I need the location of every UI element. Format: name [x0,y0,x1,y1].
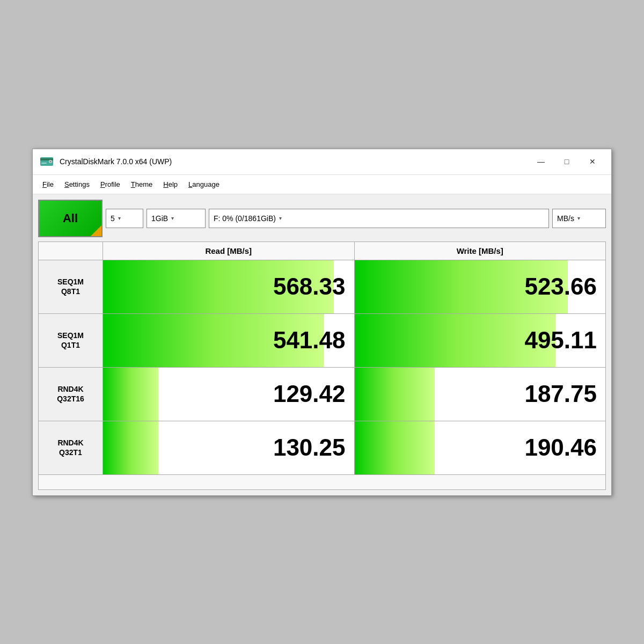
menu-bar: File Settings Profile Theme Help Languag… [33,175,611,194]
window-controls: — □ ✕ [529,153,605,170]
controls-row: All 5 ▾ 1GiB ▾ F: 0% (0/1861GiB) ▾ MB/s … [38,200,606,237]
read-value-rnd4k-q32t1: 130.25 [273,434,346,461]
unit-value: MB/s [557,214,574,223]
write-cell-seq1m-q8t1: 523.66 [355,260,606,313]
app-icon [39,154,54,169]
unit-dropdown[interactable]: MB/s ▾ [552,209,606,228]
header-label-cell [39,242,103,260]
unit-arrow: ▾ [577,215,580,221]
menu-language[interactable]: Language [183,177,225,192]
read-cell-seq1m-q8t1: 568.33 [103,260,355,313]
drive-dropdown[interactable]: F: 0% (0/1861GiB) ▾ [209,209,549,228]
window-title: CrystalDiskMark 7.0.0 x64 (UWP) [60,157,529,166]
write-bar-rnd4k-q32t16 [355,368,435,421]
read-bar-rnd4k-q32t16 [103,368,158,421]
count-arrow: ▾ [118,215,121,221]
read-bar-rnd4k-q32t1 [103,421,158,474]
size-dropdown[interactable]: 1GiB ▾ [147,209,206,228]
results-grid: Read [MB/s] Write [MB/s] SEQ1M Q8T1 568.… [38,241,606,490]
count-dropdown[interactable]: 5 ▾ [106,209,143,228]
menu-theme[interactable]: Theme [126,177,158,192]
status-bar [39,474,605,489]
write-bar-rnd4k-q32t1 [355,421,435,474]
menu-file[interactable]: File [37,177,59,192]
maximize-button[interactable]: □ [554,153,579,170]
svg-rect-4 [41,163,47,164]
table-row: RND4K Q32T16 129.42 187.75 [39,367,605,421]
menu-profile[interactable]: Profile [95,177,126,192]
minimize-button[interactable]: — [529,153,553,170]
main-content: All 5 ▾ 1GiB ▾ F: 0% (0/1861GiB) ▾ MB/s … [33,194,611,495]
write-cell-rnd4k-q32t16: 187.75 [355,368,606,421]
write-cell-rnd4k-q32t1: 190.46 [355,421,606,474]
row-label-seq1m-q1t1: SEQ1M Q1T1 [39,314,103,367]
count-value: 5 [111,214,115,223]
read-cell-rnd4k-q32t16: 129.42 [103,368,355,421]
read-cell-rnd4k-q32t1: 130.25 [103,421,355,474]
main-window: CrystalDiskMark 7.0.0 x64 (UWP) — □ ✕ Fi… [32,149,612,496]
drive-value: F: 0% (0/1861GiB) [214,214,276,223]
write-cell-seq1m-q1t1: 495.11 [355,314,606,367]
size-value: 1GiB [151,214,168,223]
title-bar: CrystalDiskMark 7.0.0 x64 (UWP) — □ ✕ [33,149,611,175]
menu-help[interactable]: Help [158,177,183,192]
read-value-rnd4k-q32t16: 129.42 [273,380,346,407]
write-value-seq1m-q1t1: 495.11 [524,327,597,354]
all-button[interactable]: All [38,200,103,237]
row-label-rnd4k-q32t1: RND4K Q32T1 [39,421,103,474]
write-value-seq1m-q8t1: 523.66 [524,273,597,300]
table-row: SEQ1M Q8T1 568.33 523.66 [39,260,605,313]
header-row: Read [MB/s] Write [MB/s] [39,242,605,260]
data-rows-container: SEQ1M Q8T1 568.33 523.66 SEQ1M Q1T1 541.… [39,260,605,474]
drive-arrow: ▾ [279,215,282,221]
read-cell-seq1m-q1t1: 541.48 [103,314,355,367]
table-row: SEQ1M Q1T1 541.48 495.11 [39,313,605,367]
row-label-seq1m-q8t1: SEQ1M Q8T1 [39,260,103,313]
header-read: Read [MB/s] [103,242,355,260]
svg-point-3 [50,161,52,163]
read-value-seq1m-q1t1: 541.48 [273,327,346,354]
read-value-seq1m-q8t1: 568.33 [273,273,346,300]
close-button[interactable]: ✕ [580,153,605,170]
table-row: RND4K Q32T1 130.25 190.46 [39,421,605,474]
write-value-rnd4k-q32t1: 190.46 [524,434,597,461]
write-value-rnd4k-q32t16: 187.75 [524,380,597,407]
header-write: Write [MB/s] [355,242,606,260]
row-label-rnd4k-q32t16: RND4K Q32T16 [39,368,103,421]
menu-settings[interactable]: Settings [59,177,95,192]
size-arrow: ▾ [171,215,174,221]
